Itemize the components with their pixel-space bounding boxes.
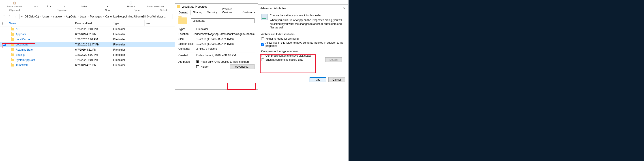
breadcrumb-segment[interactable]: mattwoj bbox=[52, 15, 63, 18]
ribbon-group-labels: Clipboard Organize New Open Select bbox=[0, 8, 174, 13]
row-name: TempState bbox=[16, 64, 28, 67]
advanced-attributes-dialog: Advanced Attributes ✕ Choose the setting… bbox=[258, 4, 348, 85]
column-name[interactable]: Name bbox=[8, 20, 75, 26]
contains-label: Contains: bbox=[178, 47, 196, 50]
folder-icon bbox=[11, 54, 14, 56]
nav-up-arrow-icon[interactable]: ↑ bbox=[14, 15, 18, 18]
advanced-titlebar: Advanced Attributes ✕ bbox=[258, 5, 348, 12]
select-all-checkbox[interactable] bbox=[2, 22, 5, 25]
breadcrumb-segment[interactable]: AppData bbox=[65, 15, 77, 18]
contains-value: 2 Files, 3 Folders bbox=[196, 47, 254, 50]
history-item[interactable]: 🕘 History bbox=[121, 0, 141, 8]
table-row[interactable]: AC1/21/2020 6:01 PMFile folder bbox=[0, 26, 174, 32]
new-folder-item[interactable]: folder bbox=[74, 0, 94, 8]
row-type: File folder bbox=[113, 64, 144, 67]
row-name: RoamingState bbox=[16, 48, 33, 51]
history-label: History bbox=[127, 5, 135, 8]
allow-index-label: Allow files in this folder to have conte… bbox=[266, 41, 345, 48]
advanced-desc-2: When you click OK or Apply on the Proper… bbox=[270, 18, 345, 30]
move-to-item[interactable]: to ▾ bbox=[29, 0, 42, 8]
attributes-icon bbox=[261, 14, 268, 20]
breadcrumb-segment[interactable]: CanonicalGroupLimited.Ubuntu18.04onWindo… bbox=[104, 15, 166, 18]
invert-label: Invert selection bbox=[147, 5, 164, 8]
tab-security[interactable]: Security bbox=[205, 10, 219, 15]
archive-section-label: Archive and Index attributes bbox=[261, 33, 345, 36]
readonly-checkbox[interactable] bbox=[196, 60, 199, 63]
allow-index-checkbox[interactable] bbox=[261, 43, 264, 46]
table-row[interactable]: LocalState7/27/2020 12:47 PMFile folder bbox=[0, 42, 174, 47]
tab-previous-versions[interactable]: Previous Versions bbox=[219, 6, 240, 15]
advanced-button[interactable]: Advanced... bbox=[230, 64, 254, 69]
column-size[interactable]: Size bbox=[144, 22, 167, 25]
delete-item[interactable]: ▾ bbox=[56, 0, 74, 8]
tab-general[interactable]: General bbox=[176, 10, 191, 15]
breadcrumb-segment[interactable]: Packages bbox=[89, 15, 103, 18]
properties-item[interactable]: ▾ bbox=[94, 0, 121, 8]
sizeondisk-value: 10.2 GB (11,008,999,424 bytes) bbox=[196, 42, 254, 46]
properties-tabs: General Sharing Security Previous Versio… bbox=[175, 10, 258, 15]
nav-down-icon[interactable]: ˅ bbox=[8, 15, 12, 18]
paste-shortcut-label: Paste shortcut bbox=[7, 5, 22, 8]
row-name: Settings bbox=[16, 53, 25, 56]
details-button[interactable]: Details bbox=[325, 57, 342, 62]
breadcrumb-segment[interactable]: Local bbox=[79, 15, 87, 18]
invert-selection-item[interactable]: Invert selection bbox=[141, 0, 170, 8]
move-to-label: to ▾ bbox=[34, 5, 38, 8]
properties-dialog: LocalState Properties General Sharing Se… bbox=[175, 3, 258, 90]
location-label: Location: bbox=[178, 32, 192, 36]
row-name: AppData bbox=[16, 33, 26, 36]
row-date: 6/7/2019 4:31 PM bbox=[75, 64, 113, 67]
table-row[interactable]: RoamingState6/7/2019 4:31 PMFile folder bbox=[0, 47, 174, 52]
column-type[interactable]: Type bbox=[113, 20, 144, 26]
copy-to-item[interactable]: to ▾ bbox=[42, 0, 56, 8]
hidden-label: Hidden bbox=[200, 65, 209, 68]
row-date: 1/21/2020 6:01 PM bbox=[75, 28, 113, 31]
row-date: 6/7/2019 4:31 PM bbox=[75, 48, 113, 51]
size-value: 10.2 GB (11,008,999,424 bytes) bbox=[196, 38, 254, 40]
group-clipboard: Clipboard bbox=[0, 8, 29, 13]
compress-checkbox[interactable] bbox=[261, 54, 264, 57]
location-value: C:\Users\mattwoj\AppData\Local\Packages\… bbox=[192, 32, 254, 36]
row-date: 7/27/2020 12:47 PM bbox=[75, 43, 113, 46]
folder-icon bbox=[11, 38, 14, 41]
ok-button[interactable]: OK bbox=[310, 77, 326, 82]
table-row[interactable]: Settings1/21/2020 6:02 PMFile folder bbox=[0, 52, 174, 57]
properties-titlebar: LocalState Properties bbox=[175, 4, 258, 10]
compress-section-label: Compress or Encrypt attributes bbox=[261, 50, 345, 53]
hidden-checkbox[interactable] bbox=[196, 66, 199, 68]
encrypt-checkbox[interactable] bbox=[261, 58, 264, 61]
table-row[interactable]: SystemAppData1/21/2020 6:01 PMFile folde… bbox=[0, 57, 174, 62]
folder-icon bbox=[11, 64, 14, 66]
folder-icon bbox=[11, 28, 14, 30]
cancel-button[interactable]: Cancel bbox=[328, 77, 345, 82]
ribbon: 📋 Paste shortcut to ▾ to ▾ ▾ folder ▾ 🕘 … bbox=[0, 0, 174, 8]
row-date: 1/21/2020 6:02 PM bbox=[75, 53, 113, 56]
column-headers: Name Date modified Type Size bbox=[0, 20, 174, 26]
row-date: 1/21/2020 6:01 PM bbox=[75, 38, 113, 41]
row-checkbox[interactable] bbox=[3, 43, 6, 46]
properties-title: LocalState Properties bbox=[182, 5, 207, 8]
table-row[interactable]: AppData6/7/2019 4:31 PMFile folder bbox=[0, 32, 174, 37]
highlight-box bbox=[227, 83, 256, 90]
table-row[interactable]: TempState6/7/2019 4:31 PMFile folder bbox=[0, 62, 174, 68]
folder-icon bbox=[11, 48, 14, 51]
copy-to-label: to ▾ bbox=[47, 5, 51, 8]
nav-up-icon[interactable]: ˄ bbox=[2, 15, 6, 18]
column-date[interactable]: Date modified bbox=[75, 20, 113, 26]
breadcrumb-segment[interactable]: « bbox=[20, 15, 24, 18]
tab-customize[interactable]: Customize bbox=[240, 10, 258, 15]
type-label: Type: bbox=[178, 28, 196, 31]
paste-icon: 📋 bbox=[13, 1, 16, 5]
paste-shortcut-item[interactable]: 📋 Paste shortcut bbox=[0, 0, 29, 8]
table-row[interactable]: LocalCache1/21/2020 6:01 PMFile folder bbox=[0, 37, 174, 42]
group-open: Open bbox=[121, 8, 152, 13]
archive-ready-checkbox[interactable] bbox=[261, 38, 264, 40]
chevron-down-icon: ▾ bbox=[107, 5, 108, 8]
breadcrumb[interactable]: « OSDisk (C:)› Users› mattwoj› AppData› … bbox=[19, 14, 173, 19]
close-icon[interactable]: ✕ bbox=[343, 6, 346, 10]
breadcrumb-segment[interactable]: OSDisk (C:) bbox=[24, 15, 40, 18]
folder-name-input[interactable] bbox=[191, 18, 254, 23]
tab-sharing[interactable]: Sharing bbox=[191, 10, 205, 15]
breadcrumb-segment[interactable]: Users bbox=[42, 15, 50, 18]
new-folder-label: folder bbox=[81, 5, 87, 8]
